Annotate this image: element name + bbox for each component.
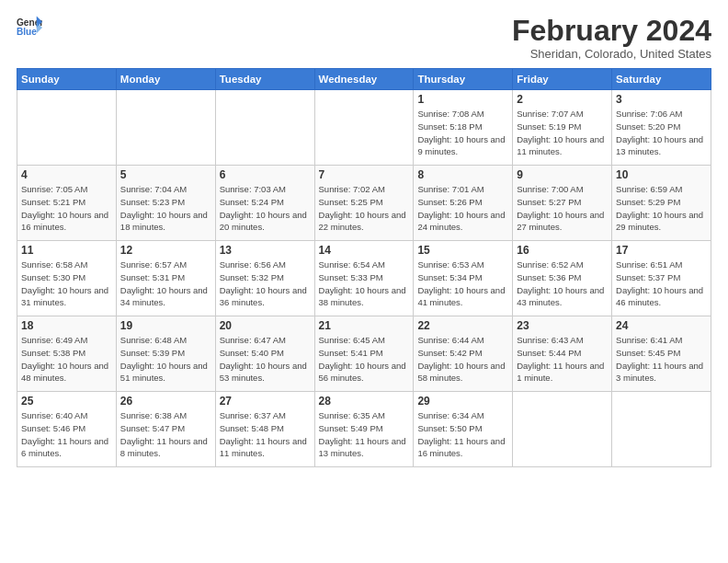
calendar-cell: 10Sunrise: 6:59 AM Sunset: 5:29 PM Dayli…	[612, 166, 711, 241]
day-info: Sunrise: 6:54 AM Sunset: 5:33 PM Dayligh…	[319, 259, 410, 309]
day-info: Sunrise: 6:59 AM Sunset: 5:29 PM Dayligh…	[616, 183, 707, 234]
day-info: Sunrise: 6:37 AM Sunset: 5:48 PM Dayligh…	[220, 409, 311, 460]
calendar-cell: 29Sunrise: 6:34 AM Sunset: 5:50 PM Dayli…	[414, 392, 513, 467]
calendar-cell: 2Sunrise: 7:07 AM Sunset: 5:19 PM Daylig…	[513, 90, 612, 166]
weekday-header: Thursday	[414, 69, 513, 90]
calendar-cell: 27Sunrise: 6:37 AM Sunset: 5:48 PM Dayli…	[215, 392, 314, 467]
calendar-cell: 14Sunrise: 6:54 AM Sunset: 5:33 PM Dayli…	[314, 241, 414, 316]
day-number: 8	[417, 168, 508, 181]
day-info: Sunrise: 7:03 AM Sunset: 5:24 PM Dayligh…	[220, 183, 311, 234]
day-number: 14	[319, 244, 410, 257]
day-info: Sunrise: 6:56 AM Sunset: 5:32 PM Dayligh…	[220, 259, 311, 309]
day-number: 3	[616, 93, 707, 106]
calendar-cell	[17, 90, 117, 166]
day-number: 22	[417, 319, 508, 332]
calendar-cell	[215, 90, 314, 166]
calendar-cell: 23Sunrise: 6:43 AM Sunset: 5:44 PM Dayli…	[513, 316, 612, 392]
weekday-header: Wednesday	[314, 69, 414, 90]
logo: General Blue	[17, 15, 42, 40]
month-title: February 2024	[512, 15, 711, 47]
day-number: 23	[517, 319, 608, 332]
day-number: 26	[120, 395, 211, 408]
weekday-header: Friday	[513, 69, 612, 90]
page-header: General Blue February 2024 Sheridan, Col…	[17, 15, 711, 61]
day-info: Sunrise: 6:35 AM Sunset: 5:49 PM Dayligh…	[319, 409, 410, 460]
calendar-cell: 1Sunrise: 7:08 AM Sunset: 5:18 PM Daylig…	[414, 90, 513, 166]
day-number: 12	[120, 244, 211, 257]
day-info: Sunrise: 6:52 AM Sunset: 5:36 PM Dayligh…	[517, 259, 608, 309]
day-info: Sunrise: 7:08 AM Sunset: 5:18 PM Dayligh…	[417, 108, 508, 158]
calendar-cell: 26Sunrise: 6:38 AM Sunset: 5:47 PM Dayli…	[116, 392, 215, 467]
day-number: 24	[616, 319, 707, 332]
day-info: Sunrise: 7:07 AM Sunset: 5:19 PM Dayligh…	[517, 108, 608, 158]
day-number: 18	[21, 319, 112, 332]
calendar-cell: 19Sunrise: 6:48 AM Sunset: 5:39 PM Dayli…	[116, 316, 215, 392]
weekday-header: Saturday	[612, 69, 711, 90]
calendar-cell: 11Sunrise: 6:58 AM Sunset: 5:30 PM Dayli…	[17, 241, 117, 316]
day-info: Sunrise: 6:58 AM Sunset: 5:30 PM Dayligh…	[21, 259, 112, 309]
day-info: Sunrise: 6:41 AM Sunset: 5:45 PM Dayligh…	[616, 334, 707, 385]
day-number: 28	[319, 395, 410, 408]
calendar-cell: 6Sunrise: 7:03 AM Sunset: 5:24 PM Daylig…	[215, 166, 314, 241]
day-info: Sunrise: 6:48 AM Sunset: 5:39 PM Dayligh…	[120, 334, 211, 385]
day-number: 1	[417, 93, 508, 106]
day-info: Sunrise: 6:43 AM Sunset: 5:44 PM Dayligh…	[517, 334, 608, 385]
calendar-cell: 13Sunrise: 6:56 AM Sunset: 5:32 PM Dayli…	[215, 241, 314, 316]
day-info: Sunrise: 6:34 AM Sunset: 5:50 PM Dayligh…	[417, 409, 508, 460]
day-number: 11	[21, 244, 112, 257]
calendar-cell: 28Sunrise: 6:35 AM Sunset: 5:49 PM Dayli…	[314, 392, 414, 467]
day-number: 15	[417, 244, 508, 257]
calendar-cell: 3Sunrise: 7:06 AM Sunset: 5:20 PM Daylig…	[612, 90, 711, 166]
calendar-header: SundayMondayTuesdayWednesdayThursdayFrid…	[17, 69, 711, 90]
day-number: 20	[220, 319, 311, 332]
calendar-cell: 22Sunrise: 6:44 AM Sunset: 5:42 PM Dayli…	[414, 316, 513, 392]
logo-icon: General Blue	[17, 15, 42, 40]
calendar-cell: 4Sunrise: 7:05 AM Sunset: 5:21 PM Daylig…	[17, 166, 117, 241]
weekday-header: Monday	[116, 69, 215, 90]
day-info: Sunrise: 6:57 AM Sunset: 5:31 PM Dayligh…	[120, 259, 211, 309]
calendar-cell	[513, 392, 612, 467]
calendar-cell	[612, 392, 711, 467]
day-number: 2	[517, 93, 608, 106]
title-block: February 2024 Sheridan, Colorado, United…	[512, 15, 711, 61]
calendar-cell: 8Sunrise: 7:01 AM Sunset: 5:26 PM Daylig…	[414, 166, 513, 241]
calendar-cell: 21Sunrise: 6:45 AM Sunset: 5:41 PM Dayli…	[314, 316, 414, 392]
location: Sheridan, Colorado, United States	[512, 47, 711, 61]
calendar-cell	[314, 90, 414, 166]
day-number: 29	[417, 395, 508, 408]
day-info: Sunrise: 6:53 AM Sunset: 5:34 PM Dayligh…	[417, 259, 508, 309]
day-info: Sunrise: 6:40 AM Sunset: 5:46 PM Dayligh…	[21, 409, 112, 460]
day-number: 13	[220, 244, 311, 257]
day-number: 4	[21, 168, 112, 181]
weekday-header: Sunday	[17, 69, 117, 90]
day-number: 6	[220, 168, 311, 181]
day-number: 10	[616, 168, 707, 181]
calendar-cell	[116, 90, 215, 166]
day-info: Sunrise: 7:02 AM Sunset: 5:25 PM Dayligh…	[319, 183, 410, 234]
svg-text:Blue: Blue	[17, 27, 37, 37]
calendar-cell: 24Sunrise: 6:41 AM Sunset: 5:45 PM Dayli…	[612, 316, 711, 392]
day-number: 21	[319, 319, 410, 332]
day-info: Sunrise: 6:45 AM Sunset: 5:41 PM Dayligh…	[319, 334, 410, 385]
day-info: Sunrise: 6:38 AM Sunset: 5:47 PM Dayligh…	[120, 409, 211, 460]
day-info: Sunrise: 7:04 AM Sunset: 5:23 PM Dayligh…	[120, 183, 211, 234]
weekday-header: Tuesday	[215, 69, 314, 90]
calendar-cell: 18Sunrise: 6:49 AM Sunset: 5:38 PM Dayli…	[17, 316, 117, 392]
calendar-cell: 9Sunrise: 7:00 AM Sunset: 5:27 PM Daylig…	[513, 166, 612, 241]
day-number: 9	[517, 168, 608, 181]
day-info: Sunrise: 6:51 AM Sunset: 5:37 PM Dayligh…	[616, 259, 707, 309]
calendar-table: SundayMondayTuesdayWednesdayThursdayFrid…	[17, 68, 711, 467]
calendar-cell: 12Sunrise: 6:57 AM Sunset: 5:31 PM Dayli…	[116, 241, 215, 316]
calendar-cell: 7Sunrise: 7:02 AM Sunset: 5:25 PM Daylig…	[314, 166, 414, 241]
day-info: Sunrise: 6:44 AM Sunset: 5:42 PM Dayligh…	[417, 334, 508, 385]
day-info: Sunrise: 7:00 AM Sunset: 5:27 PM Dayligh…	[517, 183, 608, 234]
day-number: 17	[616, 244, 707, 257]
day-number: 27	[220, 395, 311, 408]
calendar-cell: 17Sunrise: 6:51 AM Sunset: 5:37 PM Dayli…	[612, 241, 711, 316]
calendar-cell: 16Sunrise: 6:52 AM Sunset: 5:36 PM Dayli…	[513, 241, 612, 316]
day-number: 25	[21, 395, 112, 408]
day-info: Sunrise: 6:47 AM Sunset: 5:40 PM Dayligh…	[220, 334, 311, 385]
day-number: 19	[120, 319, 211, 332]
calendar-cell: 5Sunrise: 7:04 AM Sunset: 5:23 PM Daylig…	[116, 166, 215, 241]
day-info: Sunrise: 7:05 AM Sunset: 5:21 PM Dayligh…	[21, 183, 112, 234]
